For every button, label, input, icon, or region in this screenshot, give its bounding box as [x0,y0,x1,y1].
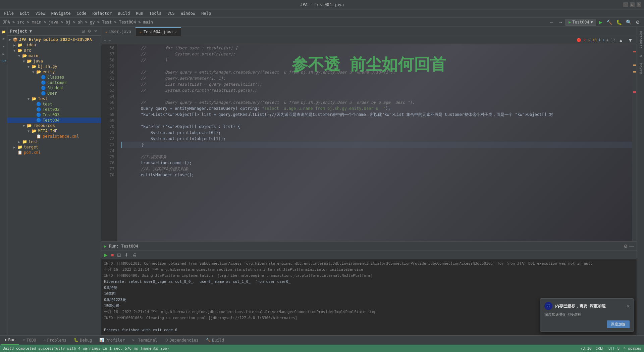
tree-item[interactable]: 📋pom.xml [7,150,101,155]
print-button[interactable]: 🖨 [130,252,138,258]
settings-panel-button[interactable]: ⚙ [87,29,92,34]
tab-Test004-java[interactable]: ☕Test004.java✕ [136,27,181,36]
tree-item[interactable]: 🔵User [7,91,101,96]
build-button[interactable]: 🔨 [605,19,613,26]
tree-item[interactable]: 🔵Student [7,85,101,91]
menu-item-help[interactable]: Help [199,10,214,16]
bottom-tab-label: Run [8,338,16,342]
panel-actions: ⊟ ⚙ ✕ [80,29,98,34]
status-message: Build completed successfully with 4 warn… [3,346,169,351]
search-button[interactable]: 🔍 [625,19,633,26]
code-editor[interactable]: 5657585960616263646667686970717273747576… [101,44,637,241]
tree-item[interactable]: 🔵customer [7,80,101,85]
menu-item-build[interactable]: Build [115,10,132,16]
notif-title: 内存已超标，需要 深度加速 [555,303,606,309]
debug-button[interactable]: 🐛 [615,19,623,26]
tree-label: bj.sh.gy [38,64,57,69]
notif-close-button[interactable]: ✕ [627,303,630,309]
tree-item[interactable]: ▼📂resources [7,123,101,128]
notif-header: 🛡 内存已超标，需要 深度加速 ✕ [544,302,630,310]
project-icon[interactable]: 📁 [0,28,7,35]
tree-item[interactable]: 🔵Classes [7,75,101,80]
line-numbers: 5657585960616263646667686970717273747576… [101,44,117,241]
notif-action-button[interactable]: 深度加速 [607,320,630,328]
tree-item[interactable]: ▼📂java [7,58,101,64]
tree-item[interactable]: ▼📂main [7,53,101,58]
restart-button[interactable]: ▶ [103,252,109,258]
menu-item-code[interactable]: Code [74,10,89,16]
info-count: ℹ 1 [599,38,604,42]
tree-item[interactable]: ▼📦JPA E:\my eclisp 2022-3-23\JPA [7,37,101,42]
code-content[interactable]: // for (User user : resultList) { // Sys… [117,44,632,241]
right-panel-tab-m[interactable]: m [637,52,644,60]
close-run-button[interactable]: — [629,244,634,249]
bottom-tab-profiler[interactable]: 📊Profiler [96,336,128,345]
tab-label: Test004.java [144,30,173,34]
panel-header: Project ▼ ⊟ ⚙ ✕ [7,27,101,36]
bottom-tab-dependencies[interactable]: ⬡Dependencies [161,336,202,345]
maximize-button[interactable]: □ [630,2,635,7]
right-panel-tab-maven[interactable]: Maven [637,60,644,77]
tree-item[interactable]: 🔵Test004 [7,118,101,123]
menu-item-file[interactable]: File [1,10,16,16]
structure-icon[interactable]: ⊞ [0,36,7,42]
tree-file-icon: 📁 [22,139,27,144]
menu-item-run[interactable]: Run [133,10,146,16]
tree-item[interactable]: 🔵test [7,101,101,107]
bottom-tab-build[interactable]: 🔨Build [203,336,227,345]
menu-item-tools[interactable]: Tools [147,10,164,16]
run-settings-button[interactable]: ⚙ [624,244,628,249]
tree-label: pom.xml [24,150,41,155]
bottom-tab-problems[interactable]: ⚠Problems [40,336,70,345]
back-button[interactable]: ← [548,19,555,26]
notification-popup: 🛡 内存已超标，需要 深度加速 ✕ 深度加速关闭卡慢进程 深度加速 [540,298,634,332]
stop-button[interactable]: ■ [110,252,115,258]
next-error-button[interactable]: ▼ [627,37,634,44]
indentation[interactable]: 4 spaces [624,346,641,351]
tab-User-java[interactable]: ☕User.java [101,27,136,36]
encoding[interactable]: UTF-8 [608,346,620,351]
tree-item[interactable]: ▶📁target [7,144,101,150]
minimize-button[interactable]: — [623,2,628,7]
menu-item-navigate[interactable]: Navigate [49,10,73,16]
prev-error-button[interactable]: ▲ [617,37,625,44]
tree-item[interactable]: ▶📁test [7,139,101,144]
jpa-icon[interactable]: JPA [0,58,7,64]
tree-view[interactable]: ▼📦JPA E:\my eclisp 2022-3-23\JPA▶📁.idea▼… [7,36,101,335]
tree-arrow-icon: ▶ [13,145,17,149]
tree-item[interactable]: ▼📂src [7,48,101,53]
close-button[interactable]: ✕ [637,2,641,7]
run-button[interactable]: ▶ [597,19,604,26]
run-icon-side[interactable]: ▶ [0,50,7,57]
tab-close-button[interactable]: ✕ [175,30,177,34]
right-panel-tab-database[interactable]: Database [637,28,644,51]
tree-item[interactable]: ▼📂Test [7,96,101,101]
run-config-selector[interactable]: ▶ Test004 ▼ [566,19,596,26]
tree-item[interactable]: ▶📁.idea [7,42,101,48]
filter-button[interactable]: ⊟ [116,252,122,258]
bookmark-icon[interactable]: ★ [0,43,7,50]
bottom-tab-run[interactable]: ▶Run [1,336,19,345]
menu-item-vcs[interactable]: VCS [165,10,177,16]
tree-item[interactable]: ▼📂META-INF [7,128,101,134]
bottom-tab-terminal[interactable]: >_Terminal [129,336,161,345]
tree-item[interactable]: 🔵Test002 [7,107,101,112]
menu-item-window[interactable]: Window [178,10,198,16]
close-panel-button[interactable]: ✕ [93,29,98,34]
menu-item-edit[interactable]: Edit [17,10,32,16]
forward-button[interactable]: → [557,19,564,26]
menu-item-view[interactable]: View [33,10,48,16]
tree-item[interactable]: ▼📂enity [7,69,101,75]
bottom-tab-todo[interactable]: ☑TODO [19,336,40,345]
menu-item-refactor[interactable]: Refactor [90,10,114,16]
tree-item[interactable]: 📋persistence.xml [7,134,101,139]
cursor-position[interactable]: 73:10 [580,346,591,351]
bottom-tab-debug[interactable]: 🐛Debug [70,336,95,345]
scroll-end-button[interactable]: ⬇ [123,252,130,258]
tree-item[interactable]: ▼📂bj.sh.gy [7,64,101,69]
line-number: 64 [101,93,114,99]
tree-item[interactable]: 🔵Test003 [7,112,101,118]
settings-button[interactable]: ⚙ [634,19,641,26]
collapse-all-button[interactable]: ⊟ [80,29,86,34]
tree-file-icon: 📋 [17,150,22,155]
